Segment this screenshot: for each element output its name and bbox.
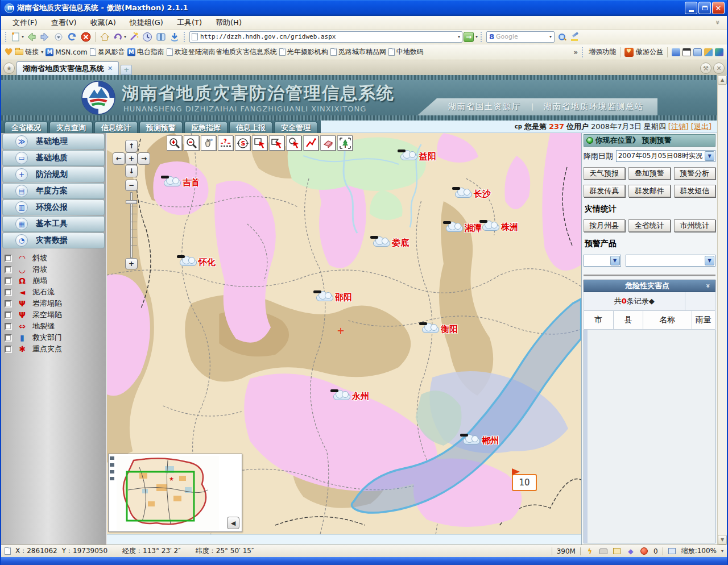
minimize-button[interactable]	[685, 2, 697, 14]
link-baofeng[interactable]: 暴风影音	[90, 47, 125, 57]
undo-button[interactable]: ▾	[112, 31, 126, 43]
search-engine-icon[interactable]: 8	[489, 32, 494, 41]
chevron-down-icon[interactable]: ▼	[705, 151, 714, 161]
layer-checkbox[interactable]	[5, 334, 12, 342]
city-marker-changsha[interactable]: 长沙	[455, 189, 491, 200]
city-stats-button[interactable]: 市州统计	[674, 219, 715, 232]
group-sms-button[interactable]: 群发短信	[674, 185, 715, 197]
warning-flag-marker[interactable]: 10	[512, 474, 537, 491]
tab-list-star-icon[interactable]: ★	[3, 63, 15, 74]
window-tool-icon[interactable]	[682, 48, 691, 56]
go-button[interactable]: →	[464, 32, 474, 42]
menu-file[interactable]: 文件(F)	[6, 16, 44, 30]
warning-analysis-button[interactable]: 预警分析	[674, 167, 715, 180]
close-button[interactable]: ✕	[712, 2, 725, 14]
group-email-button[interactable]: 群发邮件	[628, 185, 670, 197]
enhance-features-link[interactable]: 增强功能	[589, 47, 616, 57]
layer-checkbox[interactable]	[5, 289, 12, 296]
new-window-icon[interactable]	[613, 547, 622, 555]
links-overflow-icon[interactable]: »	[573, 48, 578, 56]
pan-hand-tool[interactable]	[201, 135, 216, 151]
zoom-level[interactable]: 缩放:100%	[681, 546, 717, 556]
pens-icon[interactable]	[704, 48, 713, 56]
minimap-canvas[interactable]: ★	[117, 456, 219, 530]
link-geo-monitor[interactable]: 湖南省地质环境监测总站	[544, 102, 644, 112]
measure-distance-tool[interactable]: ?	[218, 135, 233, 151]
product-select-2[interactable]: ▼	[626, 255, 715, 267]
search-box[interactable]: 8 Google ▾	[486, 31, 555, 43]
group-fax-button[interactable]: 群发传真	[584, 185, 625, 197]
scrollbar-track[interactable]	[718, 85, 727, 535]
boost-lightning-icon[interactable]: ϟ	[585, 547, 594, 555]
tab-hunan-system[interactable]: 湖南省地质灾害信息系统 ✕	[16, 61, 119, 75]
pan-right-button[interactable]: →	[138, 152, 150, 165]
rain-date-select[interactable]: 2007年05月05日08时实况 ▼	[616, 150, 715, 162]
toolbar-grip[interactable]	[481, 32, 483, 42]
close-all-icon[interactable]: ✕	[713, 63, 725, 74]
weather-forecast-button[interactable]: 天气预报	[584, 167, 625, 180]
menu-favorites[interactable]: 收藏(A)	[84, 16, 123, 30]
nav-info-report[interactable]: 信息上报	[229, 122, 272, 133]
nav-info-stats[interactable]: 信息统计	[94, 122, 138, 133]
city-marker-yongzhou[interactable]: 永州	[333, 391, 369, 402]
layer-checkbox[interactable]	[5, 300, 12, 308]
printer-icon[interactable]	[599, 547, 608, 555]
link-radio[interactable]: M电台指南	[127, 47, 164, 57]
notes-icon[interactable]	[693, 48, 702, 56]
province-stats-button[interactable]: 全省统计	[628, 219, 670, 232]
map-viewport[interactable]: ? S ↑ ← + → ↓	[106, 133, 581, 545]
link-land-resources[interactable]: 湖南省国土资源厅	[448, 102, 521, 112]
pan-center-button[interactable]: +	[125, 152, 138, 165]
city-marker-zhuzhou[interactable]: 株洲	[482, 222, 518, 232]
pan-down-button[interactable]: ↓	[125, 165, 138, 177]
polygon-select-tool[interactable]	[269, 135, 284, 151]
draw-line-tool[interactable]	[303, 135, 318, 151]
danger-points-header[interactable]: 危险性灾害点 »	[584, 280, 715, 292]
layer-checkbox[interactable]	[5, 255, 12, 262]
sidebar-item-env-bulletin[interactable]: ▥环境公报	[2, 200, 105, 215]
menu-tools[interactable]: 工具(T)	[170, 16, 209, 30]
download-button[interactable]	[168, 31, 181, 43]
scroll-down-icon[interactable]: ▼	[718, 535, 727, 545]
setup-wrench-icon[interactable]: ⚒	[700, 63, 712, 74]
search-input[interactable]: Google	[496, 33, 547, 40]
pan-left-button[interactable]: ←	[113, 152, 125, 165]
tab-close-icon[interactable]: ✕	[107, 65, 113, 72]
scroll-up-icon[interactable]: ▲	[718, 75, 727, 85]
logout-link[interactable]: [注销]	[668, 122, 689, 132]
history-dropdown-icon[interactable]	[52, 31, 65, 43]
chevron-double-down-icon[interactable]: »	[704, 284, 712, 288]
magic-wand-button[interactable]	[127, 31, 140, 43]
nav-security-mgmt[interactable]: 安全管理	[274, 122, 317, 133]
minimap-collapse-button[interactable]: ◀	[227, 517, 239, 529]
monthly-county-button[interactable]: 按月州县	[584, 219, 625, 232]
menu-view[interactable]: 查看(V)	[44, 16, 84, 30]
link-milu[interactable]: 觅路城市精品网	[330, 47, 386, 57]
favorites-heart-icon[interactable]: ♥	[5, 47, 13, 57]
forward-button[interactable]	[39, 31, 51, 43]
zoom-slider-handle[interactable]	[126, 200, 137, 204]
url-text[interactable]: http://dzzh.hndh.gov.cn/gridweb.aspx	[200, 33, 455, 40]
clock-button[interactable]	[141, 31, 154, 43]
city-marker-shaoyang[interactable]: 邵阳	[316, 292, 352, 303]
eraser-tool[interactable]	[320, 135, 336, 151]
city-marker-chenzhou[interactable]: 郴州	[463, 435, 499, 446]
search-engine-dropdown-icon[interactable]: ▾	[549, 34, 552, 39]
menu-groups[interactable]: 快捷组(G)	[123, 16, 170, 30]
links-folder[interactable]: 链接▾	[15, 47, 43, 57]
exit-link[interactable]: [退出]	[691, 122, 712, 132]
refresh-button[interactable]	[66, 31, 78, 43]
restore-button[interactable]	[698, 2, 711, 14]
pan-up-button[interactable]: ↑	[125, 140, 138, 152]
link-welcome[interactable]: 欢迎登陆湖南省地质灾害信息系统	[167, 47, 277, 57]
skin-gem-icon[interactable]	[715, 48, 723, 56]
nav-emergency-command[interactable]: 应急指挥	[184, 122, 228, 133]
new-tab-button[interactable]: +	[121, 65, 132, 75]
sidebar-item-prevention-plan[interactable]: +防治规划	[2, 167, 105, 182]
city-marker-loudi[interactable]: 娄底	[373, 238, 409, 248]
sidebar-item-base-geography[interactable]: ≫基础地理	[2, 134, 105, 149]
link-msn[interactable]: MMSN.com	[46, 48, 87, 56]
layer-checkbox[interactable]	[5, 346, 12, 353]
resize-icon[interactable]	[668, 547, 677, 555]
city-marker-xiangtan[interactable]: 湘潭	[446, 223, 482, 234]
